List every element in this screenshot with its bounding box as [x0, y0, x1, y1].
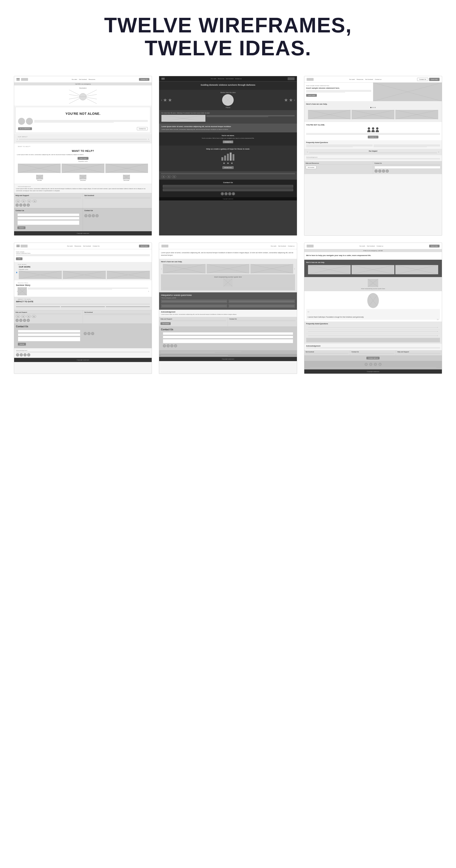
our-impact-label: OUR IMPACT [16, 136, 150, 138]
w4-cf-3[interactable] [18, 337, 80, 341]
next-btn[interactable]: › [148, 138, 149, 141]
wf3-next[interactable]: › [438, 151, 439, 153]
wf2-footer-social: f t i y [161, 192, 295, 195]
c-social-2[interactable]: t [88, 214, 91, 217]
social-4[interactable]: y [27, 204, 30, 207]
w4-s3[interactable]: i [23, 319, 26, 322]
wf4-mission-btn[interactable]: CTA [16, 257, 23, 260]
wf3-get-involved-btn[interactable]: Get Involved [306, 166, 316, 169]
w3-n2: Resources [357, 79, 363, 80]
contact-field-3[interactable] [18, 220, 80, 225]
wf3-contact-btn-2[interactable]: Contact Us [368, 136, 378, 138]
w4a-s2[interactable]: t [20, 353, 23, 356]
wf2-hamburger[interactable] [161, 78, 165, 80]
w6-s1[interactable]: f [365, 363, 368, 366]
wf2-prev[interactable]: ‹ [161, 98, 162, 102]
wf6-faq: Frequently Asked Questions + + + [304, 321, 442, 344]
wf2-next[interactable]: › [294, 98, 295, 102]
w3-s2[interactable]: t [378, 169, 382, 173]
w4a-s3[interactable]: i [23, 353, 27, 356]
contact-ue-label: Contact Ue [84, 210, 150, 211]
wf2-contact-btn[interactable]: Contact Us [223, 141, 234, 143]
wf6-help-col: Help and Support [396, 350, 442, 355]
card-2 [62, 164, 104, 173]
wf5-get-involved-btn[interactable]: Get Involved [160, 322, 171, 325]
w4a-s4[interactable]: y [27, 353, 30, 356]
htag-2: tag [166, 175, 171, 178]
social-2[interactable]: t [19, 204, 23, 207]
wf6-quick-btn[interactable]: Quick links [429, 245, 439, 247]
dot-1 [370, 107, 371, 108]
w6-s2[interactable]: t [369, 363, 372, 366]
w3-s4[interactable]: y [386, 169, 389, 173]
w5-f2[interactable] [163, 336, 293, 338]
social-3[interactable]: i [23, 204, 26, 207]
w4-s1[interactable]: f [16, 319, 19, 322]
w4-cf-1[interactable] [18, 330, 80, 333]
star-1: ★ [163, 97, 167, 103]
w4c-s1[interactable]: f [84, 332, 87, 335]
htag-1: tag [161, 175, 165, 178]
wf2-field-1[interactable] [163, 185, 293, 188]
w4c-s3[interactable]: i [91, 332, 94, 335]
donate-now-btn[interactable]: Donate now [222, 166, 234, 169]
w5-f3[interactable] [163, 339, 293, 343]
contact-field-2[interactable] [18, 217, 80, 220]
w2-s3[interactable]: i [228, 192, 231, 195]
w4-next[interactable]: › [148, 290, 149, 292]
c-social-1[interactable]: f [84, 214, 88, 217]
wf4-impact-title: IMPACT TO DATE [16, 301, 150, 303]
w4-cf-2[interactable] [18, 333, 80, 336]
wf3-contact-btn[interactable]: Contact Us [417, 78, 428, 81]
wf6-ack: Acknowledgement [304, 344, 442, 350]
wf2-planet [222, 94, 234, 106]
contact-submit-btn[interactable]: Submit [18, 226, 26, 229]
learn-more-btn[interactable]: Learn more [78, 157, 88, 160]
help-img-3 [395, 110, 438, 119]
wf5-quote-img [223, 278, 233, 286]
wf2-field-2[interactable] [163, 188, 293, 191]
w5-f1[interactable] [163, 332, 293, 335]
w4c-s2[interactable]: t [87, 332, 91, 335]
w5-s1[interactable]: f [163, 344, 166, 347]
social-1[interactable]: f [16, 204, 19, 207]
contact-field-1[interactable] [18, 213, 80, 216]
w5-next[interactable]: › [294, 268, 295, 270]
w6-s3[interactable]: i [374, 363, 377, 366]
no-cost-services-btn[interactable]: No cost SERVICES [18, 127, 32, 130]
wf6-social-row: f t i y [305, 362, 441, 367]
hamburger-icon[interactable] [17, 78, 20, 80]
w3-n1: Our work [349, 79, 355, 80]
w6-n2: Get Involved [367, 245, 375, 247]
w3-s3[interactable]: i [382, 169, 385, 173]
w4a-s1[interactable]: f [16, 353, 19, 356]
htag-3: tag [172, 175, 176, 178]
w4-s2[interactable]: t [19, 319, 23, 322]
want-help-title: WANT TO HELP? [16, 148, 150, 153]
wf2-nav: Our work Resources Get Involved Contact … [211, 78, 242, 80]
w2-s2[interactable]: t [224, 192, 227, 195]
wf2-nav-resources: Resources [218, 78, 224, 80]
c-social-3[interactable]: i [92, 214, 95, 217]
w4-s4[interactable]: y [27, 319, 30, 322]
w4-submit[interactable]: Submit [18, 343, 26, 346]
faq6-item-3: + [306, 334, 440, 338]
wf3-quick-btn[interactable]: Quick links [429, 78, 439, 81]
wf6-contact-with-us[interactable]: Contact with us [366, 357, 379, 360]
wf4-quick-btn[interactable]: Quick links [139, 245, 149, 247]
w2-s1[interactable]: f [221, 192, 224, 195]
w3-s1[interactable]: f [374, 169, 378, 173]
faq5-item-4 [229, 304, 295, 308]
contact-us-btn-2[interactable]: Contact Us [137, 127, 148, 130]
w6-s4[interactable]: y [378, 363, 382, 366]
w5-s2[interactable]: t [166, 344, 170, 347]
wf3-hero-btn[interactable]: Learn more [306, 94, 317, 97]
wf4-ham[interactable] [17, 245, 20, 247]
w2-s4[interactable]: y [232, 192, 235, 195]
wf3-contact-field[interactable] [374, 166, 440, 169]
wf5-help-title: Help and Support [160, 318, 226, 320]
w5-s3[interactable]: i [170, 344, 174, 347]
contact-us-btn[interactable]: Contact Us [139, 78, 150, 81]
c-social-4[interactable]: y [95, 214, 99, 217]
w5-s4[interactable]: y [174, 344, 177, 347]
